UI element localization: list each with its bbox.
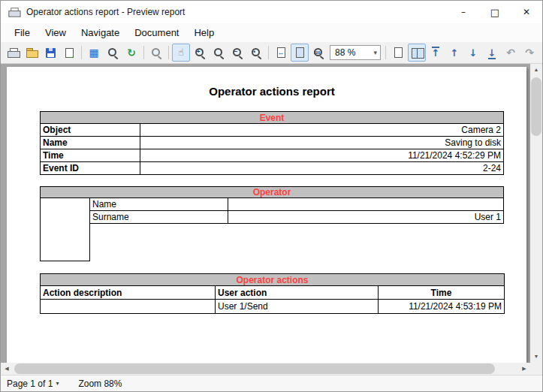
operator-photo-cell <box>40 198 90 261</box>
whole-page-icon <box>296 47 304 58</box>
single-page-icon <box>394 47 403 58</box>
first-page-button[interactable]: ↑ <box>427 44 445 62</box>
scroll-left-button[interactable]: ◀ <box>1 363 13 375</box>
zoom-100-icon: 100 <box>313 47 324 59</box>
zoom-100-button[interactable]: 100 <box>309 44 327 62</box>
fit-page-width-button[interactable]: ↔ <box>272 44 290 62</box>
horizontal-scrollbar[interactable]: ◀ ▶ <box>1 363 530 375</box>
prev-page-icon: ↑ <box>449 47 460 59</box>
back-button[interactable]: ↶ <box>502 44 520 62</box>
menu-document[interactable]: Document <box>127 25 186 41</box>
last-page-button[interactable]: ↓ <box>483 44 501 62</box>
export-button[interactable]: → <box>60 44 78 62</box>
titlebar: Operator actions report - Preview report… <box>1 1 542 23</box>
toolbar-separator <box>143 46 144 59</box>
menu-navigate[interactable]: Navigate <box>74 25 127 41</box>
action-time-cell: 11/21/2024 4:53:19 PM <box>379 300 505 314</box>
event-row-value: 11/21/2024 4:52:29 PM <box>140 149 504 162</box>
printer-icon <box>8 8 19 17</box>
export-icon: → <box>65 48 74 58</box>
operator-table: Operator Name Surname User 1 <box>40 186 504 261</box>
zoom-out-button[interactable]: − <box>228 44 246 62</box>
vertical-scrollbar[interactable]: ▲ ▼ <box>530 64 542 363</box>
whole-page-button[interactable] <box>291 44 309 62</box>
minimize-button[interactable]: – <box>448 1 479 23</box>
toolbar-separator <box>268 46 269 59</box>
operator-table-header: Operator <box>40 186 504 198</box>
preview-area: Operator actions report Event ObjectCame… <box>1 64 542 375</box>
single-page-view-button[interactable] <box>389 44 407 62</box>
menu-file[interactable]: File <box>7 25 38 41</box>
column-user-action: User action <box>216 286 379 300</box>
find-button[interactable] <box>104 44 122 62</box>
table-header-row: Action description User action Time <box>41 286 505 300</box>
next-page-button[interactable]: ↓ <box>464 44 482 62</box>
operator-row-label: Surname <box>90 211 228 224</box>
chevron-down-icon: ▾ <box>373 49 380 56</box>
zoom-select[interactable]: 88 % ▾ <box>330 45 381 60</box>
zoom-window-button[interactable]: ▪ <box>247 44 265 62</box>
preview-button[interactable] <box>147 44 165 62</box>
last-page-icon: ↓ <box>487 47 497 59</box>
operator-table-body: Name Surname User 1 <box>40 198 504 261</box>
table-row: Name <box>90 198 504 211</box>
zoom-out-icon: − <box>232 47 243 59</box>
operator-row-value: User 1 <box>228 211 504 224</box>
scroll-down-button[interactable]: ▼ <box>530 351 542 363</box>
save-floppy-icon <box>46 48 56 58</box>
table-row: Time11/21/2024 4:52:29 PM <box>41 149 504 162</box>
chevron-down-icon: ▾ <box>56 380 59 387</box>
toolbar: → ▦ ↻ ☝ + − ▪ ↔ 100 88 % ▾ ↑ ↑ ↓ ↓ ↶ ↷ <box>1 42 542 64</box>
app-window: Operator actions report - Preview report… <box>0 0 543 392</box>
menubar: File View Navigate Document Help <box>1 23 542 42</box>
first-page-icon: ↑ <box>430 47 441 59</box>
zoom-indicator: Zoom 88% <box>78 378 122 389</box>
zoom-in-button[interactable]: + <box>191 44 209 62</box>
zoom-window-icon: ▪ <box>251 47 262 59</box>
event-row-value: 2-24 <box>140 162 504 175</box>
scroll-up-button[interactable]: ▲ <box>530 64 542 76</box>
zoom-tool-button[interactable] <box>210 44 228 62</box>
page-indicator[interactable]: Page 1 of 1 ▾ <box>7 378 59 389</box>
magnifier-icon <box>213 47 225 59</box>
horizontal-scroll-thumb[interactable] <box>14 363 495 374</box>
maximize-button[interactable]: □ <box>479 1 511 23</box>
refresh-button[interactable]: ↻ <box>122 44 140 62</box>
event-row-label: Event ID <box>41 162 140 175</box>
prev-page-button[interactable]: ↑ <box>445 44 463 62</box>
facing-pages-icon <box>412 48 423 58</box>
open-button[interactable] <box>23 44 41 62</box>
menu-help[interactable]: Help <box>186 25 222 41</box>
event-row-label: Name <box>41 137 140 149</box>
close-button[interactable]: ✕ <box>511 1 542 23</box>
toolbar-separator <box>385 46 386 59</box>
zoom-value: 88 % <box>335 47 373 58</box>
event-table-header: Event <box>41 112 504 124</box>
toolbar-separator <box>168 46 169 59</box>
app-printer-icon <box>8 8 20 17</box>
column-action-description: Action description <box>41 286 216 300</box>
hand-icon: ☝ <box>178 47 184 59</box>
vertical-scroll-thumb[interactable] <box>531 77 541 136</box>
find-magnifier-icon <box>107 47 119 59</box>
export-arrow-icon: → <box>68 52 76 59</box>
forward-button[interactable]: ↷ <box>520 44 538 62</box>
event-row-value: Camera 2 <box>140 124 504 137</box>
open-folder-icon <box>26 48 38 57</box>
page-indicator-label: Page 1 of 1 <box>7 378 53 389</box>
save-button[interactable] <box>41 44 59 62</box>
scroll-right-button[interactable]: ▶ <box>518 363 530 375</box>
operator-actions-header: Operator actions <box>41 274 505 286</box>
facing-pages-view-button[interactable] <box>408 44 426 62</box>
window-title: Operator actions report - Preview report <box>26 7 448 17</box>
operator-actions-table: Operator actions Action description User… <box>40 273 505 314</box>
hand-tool-button[interactable]: ☝ <box>172 44 190 62</box>
report-page: Operator actions report Event ObjectCame… <box>7 67 526 363</box>
page-setup-button[interactable]: ▦ <box>85 44 103 62</box>
table-row: User 1/Send 11/21/2024 4:53:19 PM <box>41 300 505 314</box>
print-button[interactable] <box>4 44 22 62</box>
menu-view[interactable]: View <box>38 25 74 41</box>
event-row-value: Saving to disk <box>140 137 504 149</box>
event-table: Event ObjectCamera 2 NameSaving to disk … <box>40 111 504 175</box>
action-description-cell <box>41 300 216 314</box>
